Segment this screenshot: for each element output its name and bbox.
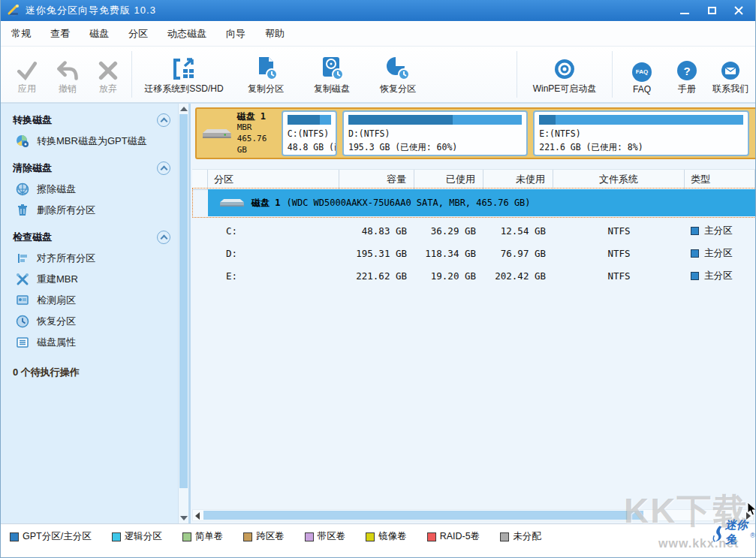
hard-drive-icon (218, 195, 245, 210)
trash-icon (16, 204, 29, 217)
apply-button[interactable]: 应用 (7, 47, 47, 102)
collapse-button[interactable] (157, 161, 170, 175)
sidebar-item-align-all-partitions[interactable]: 对齐所有分区 (1, 248, 178, 269)
sidebar-item-wipe-disk[interactable]: 擦除磁盘 (1, 179, 178, 200)
primary-partition-swatch (691, 272, 699, 280)
copy-partition-button[interactable]: 复制分区 (233, 47, 299, 102)
section-clean-disk: 清除磁盘 (1, 158, 178, 179)
maximize-button[interactable] (706, 5, 718, 17)
partition-block-e[interactable]: E:(NTFS) 221.6 GB (已使用: 8%) (533, 110, 749, 156)
disk-row-detail: (WDC WD5000AAKX-75U6AA0 SATA, MBR, 465.7… (286, 198, 530, 208)
sidebar-item-delete-all-partitions[interactable]: 删除所有分区 (1, 200, 178, 221)
align-partitions-icon (16, 252, 29, 265)
partition-block-d[interactable]: D:(NTFS) 195.3 GB (已使用: 60%) (342, 110, 528, 156)
check-icon (16, 53, 38, 80)
disk-scheme: MBR (237, 122, 282, 134)
row-unused: 12.54 GB (483, 219, 553, 242)
menu-general[interactable]: 常规 (11, 27, 31, 41)
faq-button[interactable]: FAQ FAQ (616, 47, 668, 102)
close-button[interactable] (733, 5, 745, 17)
hard-drive-icon (201, 125, 233, 143)
legend-bar: GPT分区/主分区 逻辑分区 简单卷 跨区卷 带区卷 镜像卷 RAID-5卷 未… (1, 523, 755, 558)
action-sidebar: 转换磁盘 转换MBR磁盘为GPT磁盘 清除磁盘 (1, 104, 178, 523)
table-header: 分区 容量 已使用 未使用 文件系统 类型 (192, 169, 755, 190)
table-row[interactable]: D: 195.31 GB 118.34 GB 76.97 GB NTFS 主分区 (192, 242, 755, 264)
row-capacity: 195.31 GB (339, 242, 414, 264)
partition-label: C:(NTFS) (288, 127, 331, 140)
menu-disk[interactable]: 磁盘 (89, 27, 109, 41)
sidebar-item-recover-partition[interactable]: 恢复分区 (1, 311, 178, 332)
toolbar-separator (517, 51, 517, 98)
sidebar-item-disk-properties[interactable]: 磁盘属性 (1, 332, 178, 353)
sidebar-scrollbar[interactable] (178, 104, 188, 523)
scrollbar-thumb[interactable] (203, 511, 643, 520)
row-filesystem: NTFS (553, 264, 685, 287)
discard-button[interactable]: 放弃 (88, 47, 128, 102)
menu-bar: 常规 查看 磁盘 分区 动态磁盘 向导 帮助 (1, 21, 755, 47)
legend-swatch (500, 532, 509, 541)
clock-restore-icon (16, 315, 29, 328)
section-convert-disk: 转换磁盘 (1, 110, 178, 131)
recover-partition-button[interactable]: 恢复分区 (365, 47, 431, 102)
usage-bar (348, 115, 522, 125)
table-row[interactable]: E: 221.62 GB 19.20 GB 202.42 GB NTFS 主分区 (192, 264, 755, 287)
toolbar: 应用 撤销 放弃 迁移系统到SSD/HD (1, 47, 755, 104)
menu-dynamic-disk[interactable]: 动态磁盘 (167, 27, 206, 41)
menu-help[interactable]: 帮助 (265, 27, 285, 41)
column-partition[interactable]: 分区 (208, 170, 339, 189)
contact-button[interactable]: 联系我们 (706, 47, 755, 102)
winpe-bootable-button[interactable]: WinPE可启动盘 (520, 47, 609, 102)
scrollbar-thumb[interactable] (179, 114, 188, 488)
disk-row-selected[interactable]: 磁盘 1 (WDC WD5000AAKX-75U6AA0 SATA, MBR, … (208, 189, 756, 216)
partition-label: D:(NTFS) (348, 127, 522, 140)
disk-map[interactable]: 磁盘 1 MBR 465.76 GB C:(NTFS) 48.8 GB (已 D… (195, 107, 756, 159)
scroll-down-arrow[interactable] (180, 516, 188, 520)
scroll-left-arrow[interactable] (195, 512, 200, 520)
row-partition: E: (208, 264, 339, 287)
horizontal-scrollbar[interactable] (192, 509, 754, 521)
table-row[interactable]: C: 48.83 GB 36.29 GB 12.54 GB NTFS 主分区 (192, 219, 755, 242)
legend-gpt-primary: GPT分区/主分区 (10, 530, 92, 543)
legend-swatch (366, 532, 375, 541)
disk-panel: 磁盘 1 MBR 465.76 GB C:(NTFS) 48.8 GB (已 D… (191, 104, 755, 523)
legend-swatch (112, 532, 121, 541)
row-unused: 202.42 GB (483, 264, 553, 287)
copy-disk-button[interactable]: 复制磁盘 (299, 47, 365, 102)
menu-partition[interactable]: 分区 (128, 27, 148, 41)
column-unused[interactable]: 未使用 (483, 170, 553, 189)
faq-icon: FAQ (632, 55, 652, 82)
partition-label: E:(NTFS) (539, 127, 743, 140)
menu-wizard[interactable]: 向导 (226, 27, 245, 41)
x-icon (98, 53, 118, 80)
column-type[interactable]: 类型 (685, 170, 755, 189)
migrate-os-button[interactable]: 迁移系统到SSD/HD (135, 47, 233, 102)
row-filesystem: NTFS (553, 219, 685, 242)
sidebar-item-convert-mbr-to-gpt[interactable]: 转换MBR磁盘为GPT磁盘 (1, 131, 178, 152)
menu-view[interactable]: 查看 (50, 27, 70, 41)
row-capacity: 221.62 GB (339, 264, 414, 287)
manual-button[interactable]: ? 手册 (668, 47, 706, 102)
column-filesystem[interactable]: 文件系统 (553, 170, 685, 189)
sidebar-item-surface-test[interactable]: 检测扇区 (1, 290, 178, 311)
toolbar-separator (131, 51, 132, 98)
copy-disk-icon (319, 53, 345, 80)
scroll-up-arrow[interactable] (180, 107, 188, 111)
app-window: 迷你兔分区向导免费版 10.3 常规 查看 磁盘 分区 动态磁盘 向导 帮助 应… (0, 0, 756, 558)
partition-block-c[interactable]: C:(NTFS) 48.8 GB (已 (282, 110, 337, 156)
scroll-right-arrow[interactable] (746, 512, 751, 520)
column-used[interactable]: 已使用 (414, 170, 483, 189)
primary-partition-swatch (691, 249, 699, 258)
column-capacity[interactable]: 容量 (339, 170, 414, 189)
disk-row-name: 磁盘 1 (251, 197, 280, 210)
legend-unallocated: 未分配 (500, 530, 541, 543)
collapse-button[interactable] (157, 113, 170, 127)
row-type: 主分区 (685, 264, 755, 287)
minimize-button[interactable] (679, 5, 691, 17)
undo-button[interactable]: 撤销 (47, 47, 88, 102)
collapse-button[interactable] (157, 231, 170, 244)
row-used: 118.34 GB (414, 242, 483, 264)
sidebar-item-rebuild-mbr[interactable]: 重建MBR (1, 269, 178, 290)
legend-striped-volume: 带区卷 (305, 530, 346, 543)
section-check-disk: 检查磁盘 (1, 227, 178, 248)
disk-map-disk-info[interactable]: 磁盘 1 MBR 465.76 GB (198, 110, 282, 156)
